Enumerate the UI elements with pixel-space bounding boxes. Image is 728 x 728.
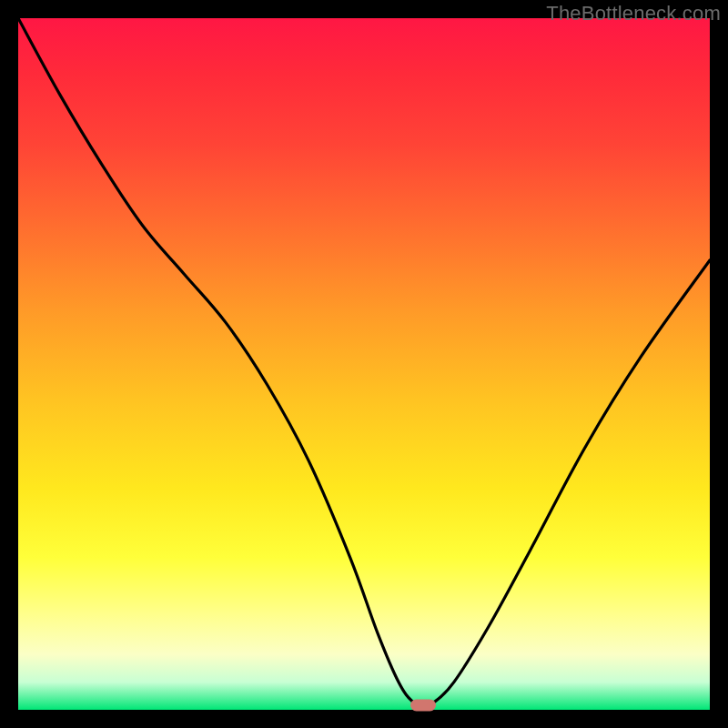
chart-frame: TheBottleneck.com (0, 0, 728, 728)
watermark-text: TheBottleneck.com (546, 2, 721, 25)
optimum-marker (410, 700, 436, 712)
plot-area (18, 18, 710, 710)
bottleneck-curve (18, 18, 710, 710)
